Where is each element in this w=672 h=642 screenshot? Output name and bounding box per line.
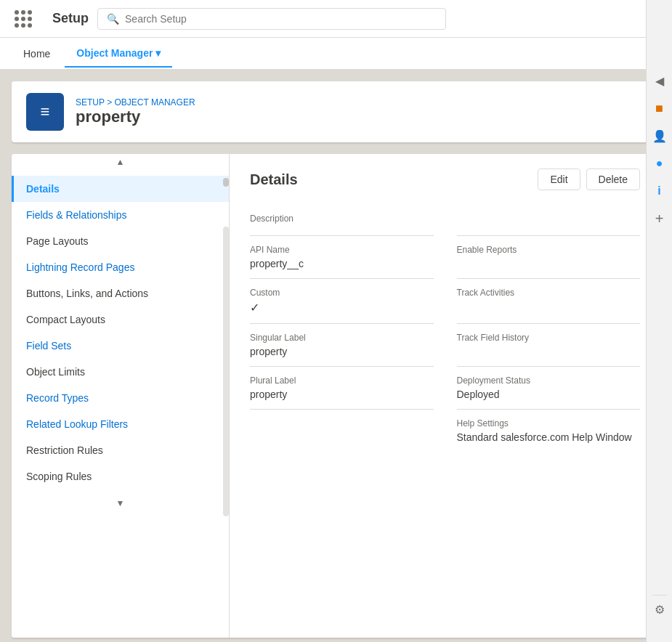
field-singular-label-label: Singular Label [250, 333, 434, 343]
field-singular-label-value: property [250, 346, 434, 357]
field-singular-label: Singular Label property [250, 324, 434, 367]
sidebar-item-details[interactable]: Details [12, 176, 229, 202]
info-icon[interactable]: i [649, 180, 671, 202]
field-help-settings-label: Help Settings [457, 418, 641, 428]
nav-bar: Home Object Manager ▾ [0, 38, 672, 70]
user-icon[interactable]: 👤 [649, 125, 671, 147]
field-api-name-value: property__c [250, 258, 434, 269]
field-api-name-label: API Name [250, 245, 434, 255]
field-help-settings-value: Standard salesforce.com Help Window [457, 431, 641, 443]
field-custom-value: ✓ [250, 301, 434, 314]
gear-icon[interactable]: ⚙ [649, 598, 671, 620]
sidebar-item-buttons-links-actions[interactable]: Buttons, Links, and Actions [12, 280, 229, 306]
sidebar-item-field-sets[interactable]: Field Sets [12, 333, 229, 359]
add-icon[interactable]: + [649, 208, 671, 229]
app-launcher-button[interactable] [9, 4, 38, 33]
field-enable-reports: Enable Reports [457, 236, 641, 279]
object-header: ≡ SETUP > OBJECT MANAGER property [12, 81, 660, 142]
top-bar: Setup 🔍 [0, 0, 672, 38]
sidebar-item-restriction-rules[interactable]: Restriction Rules [12, 437, 229, 463]
field-description: Description [250, 205, 434, 236]
breadcrumb-separator: > [107, 97, 114, 107]
detail-panel: Details Edit Delete Description API Name [230, 154, 660, 638]
favorites-icon[interactable]: ■ [649, 97, 671, 119]
field-deployment-status-label: Deployment Status [457, 375, 641, 386]
field-plural-label-value: property [250, 389, 434, 400]
field-description-label: Description [250, 214, 434, 224]
sidebar-item-compact-layouts[interactable]: Compact Layouts [12, 306, 229, 333]
collapse-icon[interactable]: ◀ [649, 70, 671, 92]
field-plural-label: Plural Label property [250, 367, 434, 410]
field-custom-label: Custom [250, 288, 434, 298]
detail-header: Details Edit Delete [250, 168, 640, 190]
field-enable-reports-label: Enable Reports [457, 245, 641, 255]
layers-icon: ≡ [41, 102, 50, 121]
nav-list: DetailsFields & RelationshipsPage Layout… [12, 170, 229, 495]
blue-dot-icon[interactable]: ● [649, 153, 671, 174]
sidebar-item-scoping-rules[interactable]: Scoping Rules [12, 463, 229, 489]
sidebar-item-object-limits[interactable]: Object Limits [12, 359, 229, 385]
field-track-activities-label: Track Activities [457, 288, 641, 298]
nav-object-manager[interactable]: Object Manager ▾ [65, 40, 172, 68]
detail-fields: Description API Name property__c Enable … [250, 205, 640, 452]
search-box: 🔍 [97, 8, 446, 30]
sidebar-item-lightning-record-pages[interactable]: Lightning Record Pages [12, 254, 229, 280]
search-icon: 🔍 [107, 13, 119, 25]
right-sidebar: ◀ ■ 👤 ● i + ⚙ [646, 0, 672, 642]
nav-home[interactable]: Home [12, 41, 62, 67]
sidebar-item-page-layouts[interactable]: Page Layouts [12, 228, 229, 254]
field-custom: Custom ✓ [250, 279, 434, 324]
left-nav: ▲ DetailsFields & RelationshipsPage Layo… [12, 154, 230, 638]
breadcrumb: SETUP > OBJECT MANAGER [76, 97, 195, 107]
field-deployment-status-value: Deployed [457, 389, 641, 400]
edit-button[interactable]: Edit [538, 168, 580, 190]
breadcrumb-object-manager[interactable]: OBJECT MANAGER [114, 97, 195, 107]
field-empty-bottom-left [250, 410, 434, 452]
scroll-down-button[interactable]: ▼ [12, 495, 229, 511]
field-plural-label-label: Plural Label [250, 375, 434, 386]
sidebar-item-record-types[interactable]: Record Types [12, 385, 229, 411]
object-title: property [76, 107, 195, 126]
field-track-field-history: Track Field History [457, 324, 641, 367]
field-empty-right [457, 205, 641, 236]
breadcrumb-setup[interactable]: SETUP [76, 97, 105, 107]
object-icon: ≡ [26, 93, 64, 131]
field-track-activities: Track Activities [457, 279, 641, 324]
delete-button[interactable]: Delete [586, 168, 640, 190]
field-help-settings: Help Settings Standard salesforce.com He… [457, 410, 641, 452]
detail-title: Details [250, 171, 298, 188]
setup-label: Setup [52, 11, 89, 26]
sidebar-item-related-lookup-filters[interactable]: Related Lookup Filters [12, 411, 229, 437]
chevron-down-icon: ▾ [155, 47, 161, 59]
search-input[interactable] [125, 13, 437, 25]
sidebar-item-fields-relationships[interactable]: Fields & Relationships [12, 202, 229, 228]
field-api-name: API Name property__c [250, 236, 434, 279]
content-row: ▲ DetailsFields & RelationshipsPage Layo… [12, 154, 660, 638]
detail-actions: Edit Delete [538, 168, 640, 190]
scroll-up-button[interactable]: ▲ [12, 154, 229, 170]
field-track-field-history-label: Track Field History [457, 333, 641, 343]
field-deployment-status: Deployment Status Deployed [457, 367, 641, 410]
